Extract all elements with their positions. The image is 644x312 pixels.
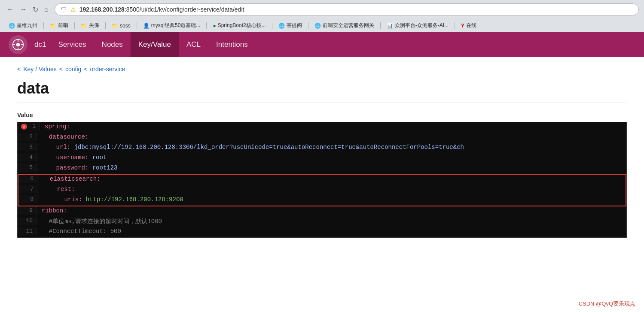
nav-nodes[interactable]: Nodes [94,32,131,57]
line-gutter-4: 4 [18,153,37,161]
code-line-11: 11 #ConnectTimeout: 500 [18,227,626,237]
code-keyword: password: [56,164,89,171]
section-divider [17,103,627,103]
bookmark-qianzha2[interactable]: 🌐 前哨安全运营服务网关 [311,21,378,30]
line-content-9: ribbon: [37,206,626,215]
line-content-11: #ConnectTimeout: 500 [37,227,626,236]
code-string: http://192.168.200.128:9200 [86,196,183,203]
line-gutter-1: ✕ 1 [18,122,40,130]
code-line-3: 3 url: jdbc:mysql://192.168.200.128:3306… [18,143,626,153]
page-content: < Key / Values < config < order-service … [0,57,644,246]
nav-intentions[interactable]: Intentions [208,32,256,57]
line-content-5: password: root123 [37,164,626,172]
line-number: 8 [27,196,34,203]
line-number: 3 [26,144,33,150]
bookmark-icon: 🌐 [9,23,15,29]
bookmark-label: 关保 [89,22,99,29]
bookmark-label: mysql经典50道基础... [151,22,201,29]
url-host: 192.168.200.128 [79,6,125,13]
error-indicator: ✕ [21,124,27,130]
highlighted-block: 6 elasticsearch: 7 rest: 8 [18,174,626,206]
bookmark-guanbao[interactable]: 📁 关保 [77,21,103,30]
code-editor[interactable]: ✕ 1 spring: 2 datasource: 3 url: jdbc:my… [17,122,627,238]
line-number: 1 [29,123,36,130]
consul-nav: dc1 Services Nodes Key/Value ACL Intenti… [0,32,644,57]
line-content-10: #单位ms,请求连接的超时时间，默认1000 [37,217,626,226]
line-content-4: username: root [37,153,626,162]
bookmark-divider [455,22,455,29]
bookmarks-bar: 🌐 星维九州 📁 前哨 📁 关保 📁 soss 👤 mysql经典50道基础..… [0,19,644,32]
nav-keyvalue[interactable]: Key/Value [131,32,179,57]
folder-icon: 📁 [81,23,87,29]
consul-logo[interactable] [9,35,27,54]
bookmark-divider [105,22,106,29]
bookmark-mysql[interactable]: 👤 mysql经典50道基础... [140,21,204,30]
bookmark-label: 在线 [466,22,476,29]
green-icon: ● [213,23,216,29]
bookmark-label: 前哨 [58,22,68,29]
bookmark-label: 众测平台-众测服务-AI... [395,22,449,29]
bookmark-label: 前哨安全运营服务网关 [323,22,374,29]
nav-acl[interactable]: ACL [179,32,208,57]
code-value: jdbc:mysql://192.168.200.128:3306/lkd_or… [74,144,464,151]
breadcrumb-config[interactable]: config [65,66,81,73]
line-gutter-8: 8 [18,195,37,203]
line-gutter-11: 11 [18,227,37,235]
line-content-8: uris: http://192.168.200.128:9200 [37,195,626,204]
bookmark-qianzha[interactable]: 📁 前哨 [46,21,72,30]
bookmark-label: SpringBoot2核心技... [218,22,266,29]
code-keyword: datasource: [49,133,89,140]
y-icon: Y [461,23,464,29]
value-label: Value [17,112,627,118]
nav-links: Services Nodes Key/Value ACL Intentions [50,32,255,57]
line-content-3: url: jdbc:mysql://192.168.200.128:3306/l… [37,143,626,151]
bookmark-label: 菩提阁 [287,22,302,29]
forward-button[interactable]: → [18,4,28,15]
warning-icon: ⚠ [70,6,76,13]
line-content-7: rest: [37,185,626,194]
browser-toolbar: ← → ↻ ⌂ 🛡 ⚠ 192.168.200.128:8500/ui/dc1/… [0,0,644,19]
code-lines: ✕ 1 spring: 2 datasource: 3 url: jdbc:my… [18,122,626,237]
bookmark-divider [380,22,381,29]
folder-icon: 📁 [50,23,56,29]
bookmark-zhongce[interactable]: 📊 众测平台-众测服务-AI... [383,21,452,30]
address-bar[interactable]: 🛡 ⚠ 192.168.200.128:8500/ui/dc1/kv/confi… [55,3,639,15]
home-button[interactable]: ⌂ [43,4,50,15]
line-content-2: datasource: [37,133,626,141]
bookmark-youku[interactable]: Y 在线 [458,21,480,30]
code-keyword: ribbon: [42,207,67,214]
code-line-8: 8 uris: http://192.168.200.128:9200 [18,195,626,206]
code-keyword: spring: [45,123,70,130]
code-value: root [92,154,107,161]
breadcrumb-kv[interactable]: Key / Values [23,66,57,73]
bookmark-springboot[interactable]: ● SpringBoot2核心技... [209,21,269,30]
code-comment: #单位ms,请求连接的超时时间，默认1000 [49,218,162,225]
bookmark-xingwei[interactable]: 🌐 星维九州 [5,21,41,30]
back-button[interactable]: ← [5,4,15,15]
bookmark-divider [206,22,207,29]
page-title: data [17,79,627,97]
bookmark-label: soss [120,23,131,29]
line-number: 11 [26,228,33,234]
datacenter-label[interactable]: dc1 [34,40,50,49]
code-keyword: username: [56,154,89,161]
line-number: 5 [26,164,33,171]
breadcrumb-sep: < [59,66,63,73]
refresh-button[interactable]: ↻ [31,4,40,15]
url-display: 192.168.200.128:8500/ui/dc1/kv/config/or… [79,6,632,13]
bookmark-divider [137,22,137,29]
code-keyword: elasticsearch: [50,176,101,182]
line-gutter-5: 5 [18,164,37,172]
bookmark-soss[interactable]: 📁 soss [108,22,134,30]
bookmark-label: 星维九州 [17,22,37,29]
user-icon: 👤 [143,23,150,29]
breadcrumb-sep: < [17,66,21,73]
security-icon: 🛡 [61,6,67,13]
breadcrumb-order-service[interactable]: order-service [90,66,125,73]
nav-services[interactable]: Services [50,32,94,57]
code-line-6: 6 elasticsearch: [18,175,626,185]
bookmark-puti[interactable]: 🌐 菩提阁 [275,21,305,30]
folder-icon: 📁 [112,23,118,29]
chart-icon: 📊 [387,23,393,29]
browser-chrome: ← → ↻ ⌂ 🛡 ⚠ 192.168.200.128:8500/ui/dc1/… [0,0,644,32]
